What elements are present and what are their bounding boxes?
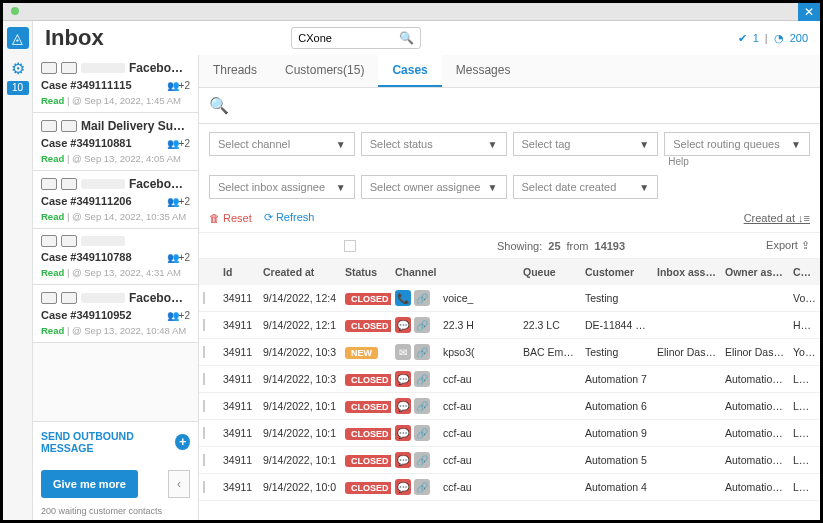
sort-toggle[interactable]: Created at ↓≡ xyxy=(744,212,810,224)
refresh-button[interactable]: ⟳ Refresh xyxy=(264,211,315,224)
row-checkbox[interactable] xyxy=(203,292,205,304)
table-row[interactable]: 34911 9/14/2022, 12:1 CLOSED 💬🔗 22.3 H 2… xyxy=(199,312,820,339)
caret-down-icon: ▼ xyxy=(639,139,649,150)
row-checkbox[interactable] xyxy=(203,346,205,358)
redacted-text xyxy=(81,293,125,303)
cell-channel: 22.3 H xyxy=(439,319,519,331)
table-row[interactable]: 34911 9/14/2022, 10:1 CLOSED 💬🔗 ccf-au A… xyxy=(199,447,820,474)
table-header: Id Created at Status Channel Queue Custo… xyxy=(199,259,820,285)
status-pill: CLOSED xyxy=(345,374,391,386)
sidebar-case-card[interactable]: Facebo… Case #349111206 👥+2 Read | @ Sep… xyxy=(33,171,198,229)
cell-created: 9/14/2022, 10:3 xyxy=(259,373,341,385)
cell-owner-assignee: Automation SO, xyxy=(721,454,789,466)
collapse-sidebar-button[interactable]: ‹ xyxy=(168,470,190,498)
participants-count: 👥+2 xyxy=(167,252,190,263)
table-row[interactable]: 34911 9/14/2022, 10:0 CLOSED 💬🔗 ccf-au A… xyxy=(199,474,820,501)
row-checkbox[interactable] xyxy=(203,400,205,412)
sidebar-case-card[interactable]: Facebo… Case #349111115 👥+2 Read | @ Sep… xyxy=(33,55,198,113)
cell-channel: voice_ xyxy=(439,292,519,304)
cell-id: 34911 xyxy=(219,427,259,439)
give-me-more-button[interactable]: Give me more xyxy=(41,470,138,498)
case-id: Case #349111115 xyxy=(41,79,132,91)
settings-gear-icon[interactable]: ⚙ xyxy=(7,57,29,79)
counter-2: 200 xyxy=(790,32,808,44)
cell-inbox-assignee: Elinor Dashwoo xyxy=(653,346,721,358)
counter-1: 1 xyxy=(753,32,759,44)
tab-threads[interactable]: Threads xyxy=(199,55,271,87)
row-checkbox[interactable] xyxy=(203,373,205,385)
participants-count: 👥+2 xyxy=(167,196,190,207)
channel-icons: 💬🔗 xyxy=(391,398,439,414)
participants-count: 👥+2 xyxy=(167,310,190,321)
cell-created: 9/14/2022, 12:4 xyxy=(259,292,341,304)
reset-button[interactable]: 🗑 Reset xyxy=(209,212,252,224)
filter-inbox-assignee[interactable]: Select inbox assignee▼ xyxy=(209,175,355,199)
caret-down-icon: ▼ xyxy=(791,139,801,150)
filter-status[interactable]: Select status▼ xyxy=(361,132,507,156)
tab-customers[interactable]: Customers(15) xyxy=(271,55,378,87)
header-search[interactable]: 🔍 xyxy=(291,27,421,49)
filter-owner-assignee[interactable]: Select owner assignee▼ xyxy=(361,175,507,199)
row-checkbox[interactable] xyxy=(203,427,205,439)
window-status-dot xyxy=(11,7,19,15)
cell-context: Hellow? xyxy=(789,319,820,331)
caret-down-icon: ▼ xyxy=(488,139,498,150)
sidebar-case-card[interactable]: Facebo… Case #349110952 👥+2 Read | @ Sep… xyxy=(33,285,198,343)
table-row[interactable]: 34911 9/14/2022, 10:3 CLOSED 💬🔗 ccf-au A… xyxy=(199,366,820,393)
link-icon: 🔗 xyxy=(414,398,430,414)
status-pill: CLOSED xyxy=(345,320,391,332)
cell-created: 9/14/2022, 10:1 xyxy=(259,400,341,412)
chat-icon: 💬 xyxy=(395,452,411,468)
read-status: Read xyxy=(41,325,64,336)
filter-search-icon[interactable]: 🔍 xyxy=(209,97,229,114)
card-title: Facebo… xyxy=(129,177,190,191)
row-checkbox[interactable] xyxy=(203,319,205,331)
link-icon: 🔗 xyxy=(414,344,430,360)
chat-icon: 💬 xyxy=(395,398,411,414)
cell-customer: Automation 9 xyxy=(581,427,653,439)
select-all-checkbox[interactable] xyxy=(344,240,356,252)
channel-icons: 💬🔗 xyxy=(391,479,439,495)
row-checkbox[interactable] xyxy=(203,454,205,466)
envelope-icon xyxy=(61,235,77,247)
cell-created: 9/14/2022, 10:1 xyxy=(259,454,341,466)
cell-channel: kpso3( xyxy=(439,346,519,358)
envelope-icon xyxy=(41,62,57,74)
send-outbound-button[interactable]: SEND OUTBOUND MESSAGE + xyxy=(33,421,198,462)
filter-routing-queues[interactable]: Select routing queues▼ xyxy=(664,132,810,156)
cell-customer: Testing xyxy=(581,292,653,304)
window-close-button[interactable]: ✕ xyxy=(798,3,820,21)
cell-customer: Automation 5 xyxy=(581,454,653,466)
export-button[interactable]: Export ⇪ xyxy=(766,239,810,252)
envelope-icon xyxy=(61,292,77,304)
cell-id: 34911 xyxy=(219,319,259,331)
sidebar-case-card[interactable]: Case #349110788 👥+2 Read | @ Sep 13, 202… xyxy=(33,229,198,285)
envelope-icon xyxy=(41,120,57,132)
cell-customer: Testing xyxy=(581,346,653,358)
filter-channel[interactable]: Select channel▼ xyxy=(209,132,355,156)
cell-channel: ccf-au xyxy=(439,454,519,466)
envelope-icon xyxy=(61,62,77,74)
table-row[interactable]: 34911 9/14/2022, 10:3 NEW ✉🔗 kpso3( BAC … xyxy=(199,339,820,366)
tab-messages[interactable]: Messages xyxy=(442,55,525,87)
row-checkbox[interactable] xyxy=(203,481,205,493)
table-row[interactable]: 34911 9/14/2022, 10:1 CLOSED 💬🔗 ccf-au A… xyxy=(199,420,820,447)
search-icon: 🔍 xyxy=(399,31,414,45)
clock-icon: ◔ xyxy=(774,32,784,45)
cell-id: 34911 xyxy=(219,373,259,385)
read-status: Read xyxy=(41,211,64,222)
card-title: Mail Delivery Sub… xyxy=(81,119,190,133)
sidebar-case-card[interactable]: Mail Delivery Sub… Case #349110881 👥+2 R… xyxy=(33,113,198,171)
table-row[interactable]: 34911 9/14/2022, 10:1 CLOSED 💬🔗 ccf-au A… xyxy=(199,393,820,420)
search-input[interactable] xyxy=(298,32,398,44)
filter-date-created[interactable]: Select date created▼ xyxy=(513,175,659,199)
channel-icons: 💬🔗 xyxy=(391,371,439,387)
help-link[interactable]: Help xyxy=(664,156,810,167)
tab-cases[interactable]: Cases xyxy=(378,55,441,87)
check-icon: ✔ xyxy=(738,32,747,45)
table-row[interactable]: 34911 9/14/2022, 12:4 CLOSED 📞🔗 voice_ T… xyxy=(199,285,820,312)
channel-icons: 💬🔗 xyxy=(391,317,439,333)
cell-channel: ccf-au xyxy=(439,400,519,412)
app-logo-icon[interactable]: ◬ xyxy=(7,27,29,49)
filter-tag[interactable]: Select tag▼ xyxy=(513,132,659,156)
